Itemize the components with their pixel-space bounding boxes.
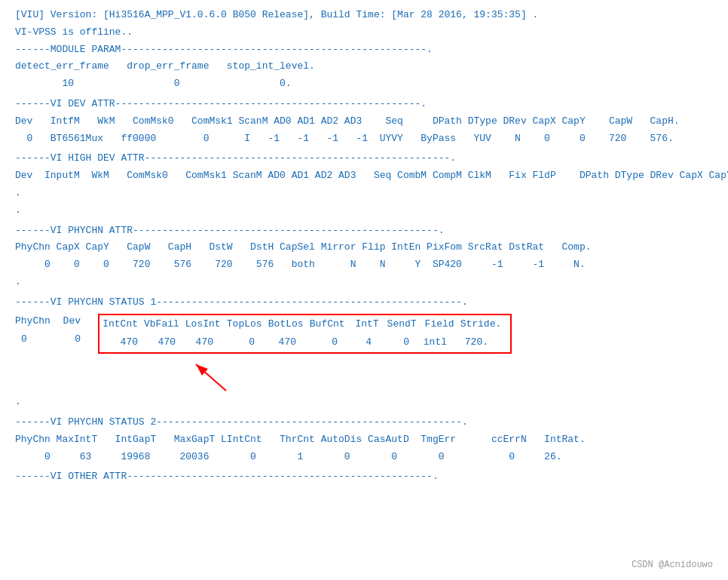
vi-high-dev-attr-header: ------VI HIGH DEV ATTR------------------… (15, 151, 713, 167)
vi-phychn-status2-cols: PhyChn MaxIntT IntGapT MaxGapT LIntCnt T… (15, 432, 713, 448)
svg-line-1 (196, 364, 226, 391)
vpss-line: VI-VPSS is offline.. (15, 25, 713, 41)
col-losint: LosInt (185, 317, 227, 333)
col-vbfail: VbFail (144, 317, 185, 333)
vi-dev-attr-cols: Dev IntfM WkM ComMsk0 ComMsk1 ScanM AD0 … (15, 114, 713, 130)
col-toplos: TopLos (227, 317, 268, 333)
module-param-header: ------MODULE PARAM----------------------… (15, 42, 713, 58)
val-dev: 0 (57, 332, 87, 348)
dot2: . (15, 275, 713, 290)
col-phychn: PhyChn (15, 314, 57, 330)
val-stride: 720. (453, 335, 494, 351)
module-param-cols: detect_err_frame drop_err_frame stop_int… (15, 59, 713, 75)
val-sendt: 0 (378, 335, 415, 351)
val-intt: 4 (344, 335, 378, 351)
vi-phychn-attr-vals: 0 0 0 720 576 720 576 both N N Y SP420 -… (15, 257, 713, 273)
val-vbfail: 470 (144, 335, 182, 351)
col-field: Field (423, 317, 460, 333)
vi-phychn-status1-header: ------VI PHYCHN STATUS 1----------------… (15, 295, 713, 311)
val-losint: 470 (182, 335, 219, 351)
vi-phychn-attr-header: ------VI PHYCHN ATTR--------------------… (15, 223, 713, 239)
vi-phychn-status2-header: ------VI PHYCHN STATUS 2----------------… (15, 415, 713, 431)
col-intt: IntT (351, 317, 385, 333)
vi-phychn-status2-vals: 0 63 19968 20036 0 1 0 0 0 0 26. (15, 450, 713, 465)
vi-high-dev-attr-cols: Dev InputM WkM ComMsk0 ComMsk1 ScanM AD0… (15, 168, 713, 184)
val-phychn: 0 (15, 332, 57, 348)
version-line: [VIU] Version: [Hi3516A_MPP_V1.0.6.0 B05… (15, 8, 713, 23)
col-dev: Dev (57, 314, 87, 330)
arrow-annotation (15, 357, 713, 394)
highlighted-status1-data: IntCnt VbFail LosInt TopLos BotLos BufCn… (98, 314, 512, 354)
module-param-vals: 10 0 0. (15, 76, 713, 92)
vi-high-dev-attr-vals: . (15, 186, 713, 201)
status1-table: PhyChn Dev 0 0 IntCnt VbFail LosInt TopL… (15, 314, 713, 354)
col-stride: Stride. (460, 317, 508, 333)
val-bufcnt: 0 (302, 335, 344, 351)
vi-phychn-attr-cols: PhyChn CapX CapY CapW CapH DstW DstH Cap… (15, 240, 713, 256)
vi-dev-attr-header: ------VI DEV ATTR-----------------------… (15, 97, 713, 112)
col-botlos: BotLos (268, 317, 310, 333)
val-field: intl (415, 335, 453, 351)
val-toplos: 0 (219, 335, 261, 351)
col-sendt: SendT (385, 317, 423, 333)
val-botlos: 470 (261, 335, 302, 351)
vi-dev-attr-vals: 0 BT6561Mux ff0000 0 I -1 -1 -1 -1 UYVY … (15, 131, 713, 147)
dot1: . (15, 203, 713, 219)
arrow-svg (181, 357, 482, 394)
dot3: . (15, 394, 713, 410)
col-bufcnt: BufCnt (310, 317, 351, 333)
val-intcnt: 470 (102, 335, 144, 351)
vi-other-attr-header: ------VI OTHER ATTR---------------------… (15, 469, 713, 485)
col-intcnt: IntCnt (102, 317, 144, 333)
